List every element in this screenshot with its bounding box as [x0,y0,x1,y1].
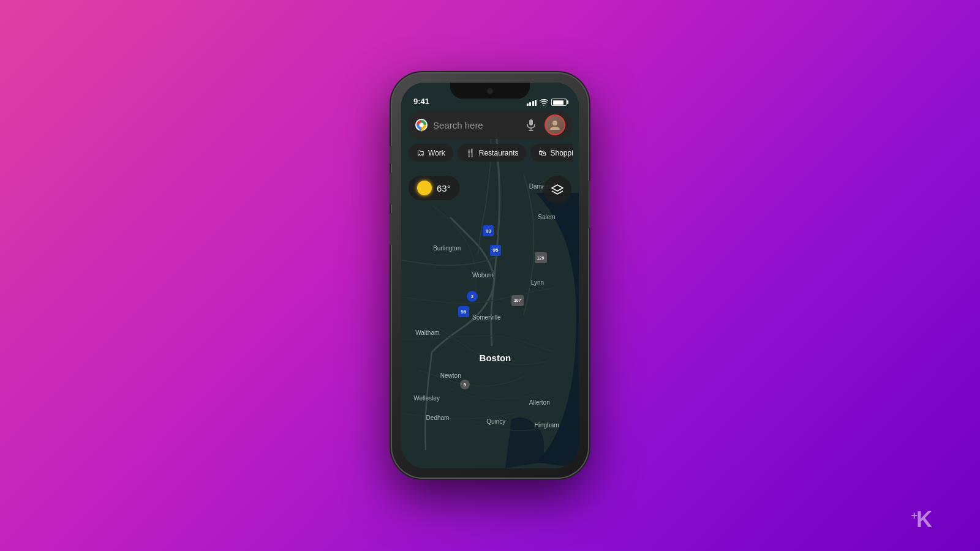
city-label-woburn: Woburn [472,272,494,279]
layers-icon [551,183,564,197]
city-label-hingham: Hingham [535,422,559,429]
volume-up-button[interactable] [390,173,392,204]
highway-95-north: 95 [490,245,501,256]
highway-95-west: 95 [458,306,469,317]
chip-restaurants[interactable]: 🍴 Restaurants [458,144,527,162]
power-button[interactable] [588,181,590,228]
weather-temperature: 63° [437,183,451,193]
front-camera [487,88,493,94]
work-chip-label: Work [428,149,445,157]
highway-129: 129 [535,252,547,263]
signal-bar-4 [535,100,537,106]
user-avatar-icon [549,119,561,131]
watermark: +K [911,507,931,533]
highway-9: 9 [460,380,470,389]
sun-icon [417,181,432,195]
chips-row: 🗂 Work 🍴 Restaurants 🛍 Shopping ☕ [407,144,573,162]
layers-button[interactable] [543,176,571,204]
work-chip-icon: 🗂 [417,148,424,157]
search-input[interactable]: Search here [433,120,518,130]
city-label-dedham: Dedham [426,414,450,421]
svg-marker-6 [552,185,563,191]
microphone-button[interactable] [522,116,540,133]
city-label-waltham: Waltham [415,329,439,336]
search-bar[interactable]: Search here [407,111,573,139]
weather-widget[interactable]: 63° [409,176,459,200]
city-label-wellesley: Wellesley [413,395,440,402]
watermark-k: K [916,507,931,532]
shopping-chip-label: Shopping [550,149,573,157]
mute-button[interactable] [390,146,392,164]
city-label-somerville: Somerville [472,314,501,321]
highway-107: 107 [511,295,524,306]
phone-screen: Danvers Salem Burlington Woburn Lynn Wal… [401,83,579,468]
signal-bar-1 [527,103,529,106]
notch [450,83,530,99]
restaurants-chip-icon: 🍴 [466,148,475,157]
search-container: Search here [407,111,573,162]
city-label-newton: Newton [440,372,461,379]
wifi-icon [540,99,548,106]
city-label-boston: Boston [480,353,511,363]
svg-rect-2 [529,119,533,126]
city-label-lynn: Lynn [531,279,544,286]
city-label-allerton: Allerton [529,399,550,406]
mic-icon [526,119,536,131]
city-label-salem: Salem [538,214,555,220]
battery-tip [567,100,569,104]
city-label-burlington: Burlington [433,245,461,252]
battery-indicator [551,99,567,106]
signal-bar-3 [532,101,534,106]
google-maps-logo [415,118,428,132]
phone-wrapper: Danvers Salem Burlington Woburn Lynn Wal… [392,73,588,478]
restaurants-chip-label: Restaurants [479,149,519,157]
signal-bar-2 [529,102,531,106]
city-label-quincy: Quincy [486,418,505,425]
avatar-button[interactable] [545,114,565,135]
signal-indicator [527,99,537,106]
status-icons [527,99,567,106]
svg-point-1 [420,123,424,127]
chip-shopping[interactable]: 🛍 Shopping [530,144,573,162]
highway-93: 93 [483,225,494,236]
status-time: 9:41 [413,97,429,106]
shopping-chip-icon: 🛍 [538,148,546,157]
chip-work[interactable]: 🗂 Work [409,144,453,162]
volume-down-button[interactable] [390,213,392,245]
watermark-plus: + [911,509,916,522]
svg-point-5 [552,121,557,126]
battery-fill [553,100,564,105]
